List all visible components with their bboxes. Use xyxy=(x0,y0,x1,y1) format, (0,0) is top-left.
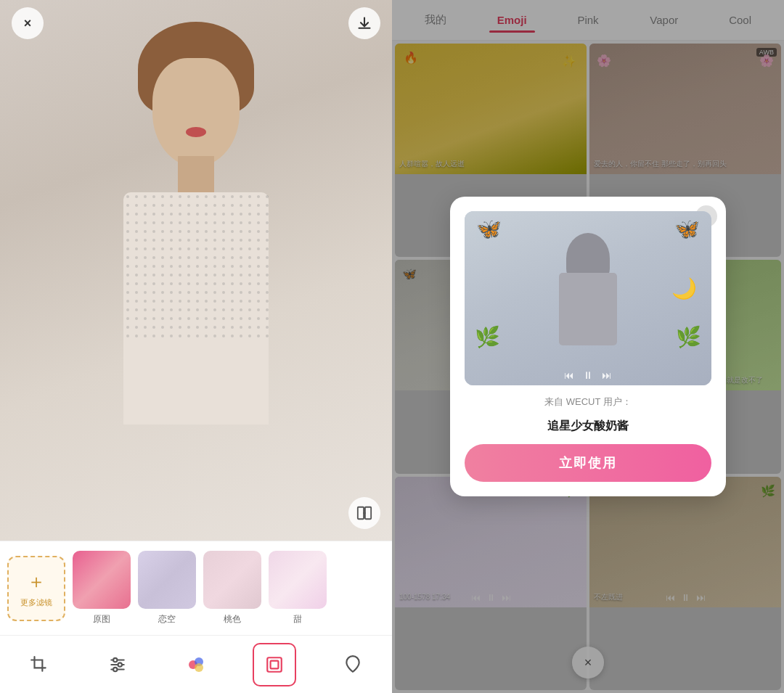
filter-item-yuantu[interactable]: 原图 xyxy=(73,551,131,626)
svg-point-13 xyxy=(195,663,203,672)
download-button[interactable] xyxy=(348,7,380,39)
filter-item-liankong[interactable]: 恋空 xyxy=(138,551,196,626)
modal-play-bar[interactable]: ⏮ ⏸ ⏭ xyxy=(472,369,704,381)
template-tool[interactable] xyxy=(253,643,296,686)
rewind-icon[interactable]: ⏮ xyxy=(564,369,574,381)
add-filter-button[interactable]: ＋ 更多滤镜 xyxy=(7,556,65,621)
filter-label-gantian: 甜 xyxy=(293,613,302,626)
filter-strip: ＋ 更多滤镜 原图 恋空 桃色 甜 xyxy=(0,541,392,635)
forward-icon[interactable]: ⏭ xyxy=(602,369,612,381)
adjust-tool[interactable] xyxy=(96,643,139,686)
svg-point-9 xyxy=(118,663,122,666)
sticker-butterfly-tl: 🦋 xyxy=(476,217,502,241)
svg-point-10 xyxy=(113,667,117,671)
modal-from-label: 来自 WECUT 用户： xyxy=(544,395,632,409)
sticker-leaf-bl: 🌿 xyxy=(475,325,500,349)
modal-username: 追星少女酸奶酱 xyxy=(547,419,629,434)
filter-item-gantian[interactable]: 甜 xyxy=(269,551,327,626)
svg-point-8 xyxy=(113,657,117,661)
photo-area xyxy=(0,0,392,541)
filter-label-yuantu: 原图 xyxy=(93,613,110,626)
filter-tool[interactable] xyxy=(174,643,218,686)
bottom-toolbar xyxy=(0,635,392,693)
compare-button[interactable] xyxy=(348,497,380,529)
crop-tool[interactable] xyxy=(17,643,61,686)
svg-rect-14 xyxy=(267,657,282,672)
model-face xyxy=(152,58,240,167)
svg-rect-2 xyxy=(358,507,364,520)
modal-use-button[interactable]: 立即使用 xyxy=(465,444,711,482)
filter-thumb-gantian xyxy=(269,551,327,609)
sticker-butterfly-tr: 🦋 xyxy=(674,217,700,241)
right-panel: 我的 Emoji Pink Vapor Cool 🔥 ✨ 人群喧嚣，故人远逝 A… xyxy=(392,0,784,693)
model-art xyxy=(0,0,392,541)
filter-label-yingse: 桃色 xyxy=(224,613,241,626)
add-filter-label: 更多滤镜 xyxy=(20,597,52,608)
beauty-tool[interactable] xyxy=(331,643,375,686)
photo-background xyxy=(0,0,392,541)
svg-rect-15 xyxy=(271,660,279,668)
modal-card: × 🦋 🦋 🌙 🌙 🌿 🌿 ⏮ ⏸ xyxy=(450,197,726,496)
filter-thumb-yuantu xyxy=(73,551,131,609)
modal-figure xyxy=(552,233,624,349)
modal-video-preview: 🦋 🦋 🌙 🌙 🌿 🌿 ⏮ ⏸ ⏭ xyxy=(465,211,711,385)
filter-label-liankong: 恋空 xyxy=(158,613,176,626)
svg-rect-3 xyxy=(365,507,371,520)
pause-icon[interactable]: ⏸ xyxy=(583,369,593,381)
sticker-moon-2: 🌙 xyxy=(671,276,697,300)
filter-thumb-yingse xyxy=(203,551,261,609)
sticker-leaf-br: 🌿 xyxy=(676,325,701,349)
close-button[interactable]: × xyxy=(12,7,44,39)
add-icon: ＋ xyxy=(27,569,46,594)
model-body xyxy=(123,192,269,425)
filter-thumb-liankong xyxy=(138,551,196,609)
modal-overlay[interactable]: × 🦋 🦋 🌙 🌙 🌿 🌿 ⏮ ⏸ xyxy=(392,0,784,693)
filter-item-yingse[interactable]: 桃色 xyxy=(203,551,261,626)
left-header: × xyxy=(0,0,392,46)
svg-rect-1 xyxy=(123,192,269,337)
model-lips xyxy=(186,127,206,137)
left-panel: × xyxy=(0,0,392,693)
